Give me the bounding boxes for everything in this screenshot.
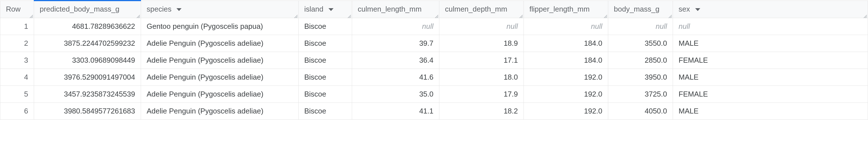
table-row: 53457.9235873245539Adelie Penguin (Pygos… [0,86,868,103]
table-row: 43976.5290091497004Adelie Penguin (Pygos… [0,69,868,86]
table-row: 14681.78289636622Gentoo penguin (Pygosce… [0,18,868,35]
null-value: null [591,22,602,30]
cell-row[interactable]: 2 [0,35,34,52]
cell-culmen-depth-mm[interactable]: 17.1 [439,52,524,69]
cell-flipper-length-mm[interactable]: 192.0 [524,103,608,120]
column-label: species [147,5,172,14]
column-label: predicted_body_mass_g [40,5,119,14]
resize-handle-icon[interactable] [135,12,140,17]
cell-culmen-length-mm[interactable]: 41.6 [352,69,439,86]
cell-predicted-body-mass-g[interactable]: 3980.5849577261683 [34,103,141,120]
cell-island[interactable]: Biscoe [299,52,352,69]
null-value: null [656,22,667,30]
resize-handle-icon[interactable] [667,12,672,17]
chevron-down-icon[interactable] [176,5,182,14]
resize-handle-icon[interactable] [602,12,608,17]
column-label: island [304,5,323,14]
cell-body-mass-g[interactable]: 3950.0 [608,69,673,86]
cell-island[interactable]: Biscoe [299,18,352,35]
cell-body-mass-g[interactable]: null [608,18,673,35]
cell-island[interactable]: Biscoe [299,103,352,120]
column-header-body-mass-g[interactable]: body_mass_g [608,1,673,18]
column-label: sex [679,5,690,14]
cell-flipper-length-mm[interactable]: 192.0 [524,69,608,86]
cell-culmen-length-mm[interactable]: 35.0 [352,86,439,103]
cell-culmen-length-mm[interactable]: 39.7 [352,35,439,52]
cell-sex[interactable]: FEMALE [673,52,868,69]
column-header-culmen-depth-mm[interactable]: culmen_depth_mm [439,1,524,18]
column-header-flipper-length-mm[interactable]: flipper_length_mm [524,1,608,18]
cell-island[interactable]: Biscoe [299,86,352,103]
cell-culmen-depth-mm[interactable]: 17.9 [439,86,524,103]
cell-culmen-depth-mm[interactable]: 18.2 [439,103,524,120]
column-header-species[interactable]: species [141,1,299,18]
cell-row[interactable]: 6 [0,103,34,120]
table-row: 63980.5849577261683Adelie Penguin (Pygos… [0,103,868,120]
column-header-island[interactable]: island [299,1,352,18]
cell-flipper-length-mm[interactable]: 184.0 [524,52,608,69]
cell-culmen-length-mm[interactable]: 41.1 [352,103,439,120]
results-table: Row predicted_body_mass_g species [0,0,868,120]
cell-sex[interactable]: FEMALE [673,86,868,103]
cell-row[interactable]: 5 [0,86,34,103]
cell-culmen-depth-mm[interactable]: 18.0 [439,69,524,86]
cell-predicted-body-mass-g[interactable]: 3976.5290091497004 [34,69,141,86]
cell-predicted-body-mass-g[interactable]: 3875.2244702599232 [34,35,141,52]
column-label: body_mass_g [614,5,659,14]
column-header-predicted-body-mass-g[interactable]: predicted_body_mass_g [34,1,141,18]
resize-handle-icon[interactable] [293,12,298,17]
column-header-sex[interactable]: sex [673,1,868,18]
null-value: null [422,22,433,30]
resize-handle-icon[interactable] [346,12,351,17]
column-label: culmen_length_mm [358,5,422,14]
column-label: culmen_depth_mm [445,5,507,14]
cell-culmen-length-mm[interactable]: null [352,18,439,35]
cell-culmen-length-mm[interactable]: 36.4 [352,52,439,69]
column-header-culmen-length-mm[interactable]: culmen_length_mm [352,1,439,18]
resize-handle-icon[interactable] [433,12,438,17]
cell-row[interactable]: 4 [0,69,34,86]
cell-sex[interactable]: MALE [673,69,868,86]
column-label: Row [6,5,21,14]
resize-handle-icon[interactable] [28,12,33,17]
cell-flipper-length-mm[interactable]: 192.0 [524,86,608,103]
cell-species[interactable]: Adelie Penguin (Pygoscelis adeliae) [141,103,299,120]
column-label: flipper_length_mm [529,5,590,14]
table-row: 33303.09689098449Adelie Penguin (Pygosce… [0,52,868,69]
table-header: Row predicted_body_mass_g species [0,1,868,18]
table-row: 23875.2244702599232Adelie Penguin (Pygos… [0,35,868,52]
cell-predicted-body-mass-g[interactable]: 4681.78289636622 [34,18,141,35]
chevron-down-icon[interactable] [695,5,701,14]
cell-predicted-body-mass-g[interactable]: 3457.9235873245539 [34,86,141,103]
cell-species[interactable]: Gentoo penguin (Pygoscelis papua) [141,18,299,35]
cell-predicted-body-mass-g[interactable]: 3303.09689098449 [34,52,141,69]
header-row: Row predicted_body_mass_g species [0,1,868,18]
cell-sex[interactable]: MALE [673,35,868,52]
cell-species[interactable]: Adelie Penguin (Pygoscelis adeliae) [141,52,299,69]
null-value: null [679,22,690,30]
cell-island[interactable]: Biscoe [299,35,352,52]
cell-species[interactable]: Adelie Penguin (Pygoscelis adeliae) [141,69,299,86]
cell-body-mass-g[interactable]: 3550.0 [608,35,673,52]
cell-sex[interactable]: MALE [673,103,868,120]
cell-row[interactable]: 3 [0,52,34,69]
chevron-down-icon[interactable] [328,5,334,14]
cell-species[interactable]: Adelie Penguin (Pygoscelis adeliae) [141,35,299,52]
table-body: 14681.78289636622Gentoo penguin (Pygosce… [0,18,868,120]
cell-sex[interactable]: null [673,18,868,35]
cell-culmen-depth-mm[interactable]: 18.9 [439,35,524,52]
cell-body-mass-g[interactable]: 2850.0 [608,52,673,69]
null-value: null [507,22,518,30]
cell-body-mass-g[interactable]: 3725.0 [608,86,673,103]
cell-flipper-length-mm[interactable]: null [524,18,608,35]
resize-handle-icon[interactable] [862,12,867,17]
cell-body-mass-g[interactable]: 4050.0 [608,103,673,120]
resize-handle-icon[interactable] [518,12,523,17]
cell-row[interactable]: 1 [0,18,34,35]
cell-species[interactable]: Adelie Penguin (Pygoscelis adeliae) [141,86,299,103]
cell-culmen-depth-mm[interactable]: null [439,18,524,35]
cell-island[interactable]: Biscoe [299,69,352,86]
cell-flipper-length-mm[interactable]: 184.0 [524,35,608,52]
column-header-row[interactable]: Row [0,1,34,18]
